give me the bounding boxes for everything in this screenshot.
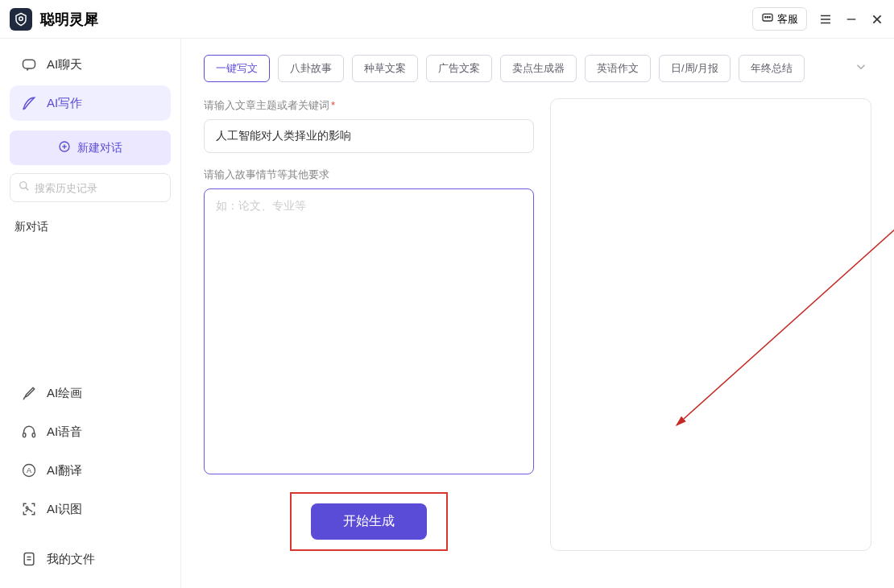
app-title: 聪明灵犀 <box>40 10 98 29</box>
sidebar-item-label: 我的文件 <box>47 552 95 567</box>
sidebar-item-label: AI识图 <box>47 502 82 517</box>
plus-circle-icon <box>58 140 71 155</box>
category-button[interactable]: 广告文案 <box>426 55 492 82</box>
sidebar-item-label: AI语音 <box>47 424 82 440</box>
svg-rect-11 <box>23 60 35 68</box>
requirements-textarea[interactable] <box>204 188 534 474</box>
menu-button[interactable] <box>818 12 833 27</box>
customer-service-label: 客服 <box>777 12 798 27</box>
close-button[interactable] <box>870 12 884 27</box>
sidebar-item-label: AI绘画 <box>47 386 82 401</box>
category-button[interactable]: 英语作文 <box>585 55 651 82</box>
svg-rect-18 <box>32 433 35 437</box>
sidebar-item-image[interactable]: AI识图 <box>10 491 171 527</box>
category-row: 一键写文 八卦故事 种草文案 广告文案 卖点生成器 英语作文 日/周/月报 年终… <box>204 55 871 82</box>
sidebar-item-files[interactable]: 我的文件 <box>10 541 171 577</box>
category-button[interactable]: 一键写文 <box>204 55 270 82</box>
svg-point-15 <box>20 182 27 188</box>
sidebar-item-write[interactable]: AI写作 <box>10 85 171 121</box>
svg-line-16 <box>26 188 29 191</box>
svg-text:A: A <box>27 466 32 474</box>
sidebar-item-translate[interactable]: A AI翻译 <box>10 453 171 488</box>
svg-rect-22 <box>24 553 34 565</box>
search-input[interactable] <box>35 182 162 194</box>
titlebar: 聪明灵犀 客服 <box>0 0 894 39</box>
category-button[interactable]: 日/周/月报 <box>659 55 731 82</box>
history-item-label: 新对话 <box>14 220 48 233</box>
requirements-field-label: 请输入故事情节等其他要求 <box>204 168 534 182</box>
sidebar-item-label: AI聊天 <box>47 57 82 72</box>
file-icon <box>21 551 37 567</box>
sidebar-item-draw[interactable]: AI绘画 <box>10 375 171 411</box>
feather-icon <box>21 95 37 111</box>
category-button[interactable]: 卖点生成器 <box>500 55 577 82</box>
app-logo <box>10 8 32 31</box>
image-scan-icon <box>21 501 37 517</box>
svg-point-2 <box>765 17 766 18</box>
annotation-highlight: 开始生成 <box>290 492 448 551</box>
sidebar-item-chat[interactable]: AI聊天 <box>10 47 171 82</box>
svg-point-4 <box>769 17 770 18</box>
sidebar-item-voice[interactable]: AI语音 <box>10 414 171 449</box>
new-chat-label: 新建对话 <box>77 141 122 155</box>
translate-icon: A <box>21 462 37 478</box>
topic-input[interactable] <box>204 119 534 153</box>
generate-button[interactable]: 开始生成 <box>311 503 427 540</box>
chat-bubble-icon <box>21 56 37 72</box>
customer-service-button[interactable]: 客服 <box>752 7 807 31</box>
sidebar: AI聊天 AI写作 新建对话 新对话 <box>0 39 181 588</box>
svg-rect-17 <box>23 433 26 437</box>
search-icon <box>19 180 30 195</box>
sidebar-item-label: AI写作 <box>47 96 82 111</box>
search-box[interactable] <box>10 173 171 202</box>
history-item[interactable]: 新对话 <box>10 210 171 244</box>
new-chat-button[interactable]: 新建对话 <box>10 130 171 165</box>
category-button[interactable]: 年终总结 <box>739 55 805 82</box>
main-area: 一键写文 八卦故事 种草文案 广告文案 卖点生成器 英语作文 日/周/月报 年终… <box>181 39 894 588</box>
svg-point-21 <box>26 507 28 509</box>
topic-field-label: 请输入文章主题或者关键词* <box>204 98 534 113</box>
headphones-icon <box>21 424 37 440</box>
expand-categories-button[interactable] <box>851 56 871 81</box>
brush-icon <box>21 385 37 401</box>
category-button[interactable]: 八卦故事 <box>278 55 344 82</box>
minimize-button[interactable] <box>844 12 859 27</box>
output-panel <box>550 98 871 551</box>
chat-icon <box>761 11 774 27</box>
category-button[interactable]: 种草文案 <box>352 55 418 82</box>
sidebar-item-label: AI翻译 <box>47 463 82 478</box>
svg-point-3 <box>767 17 768 18</box>
svg-point-0 <box>19 17 23 21</box>
